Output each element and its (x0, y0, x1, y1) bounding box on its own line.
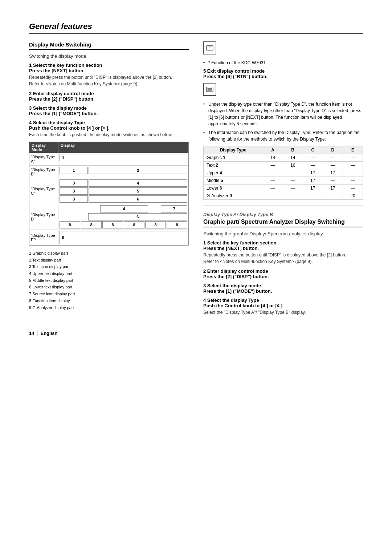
step-3: 3 Select the display mode Press the [1] … (29, 105, 189, 116)
footnote-2: 2 Text display part (29, 257, 189, 264)
table-row: Middle 5 — — 17 — — (204, 177, 363, 185)
footer-language: English (40, 331, 57, 336)
page-number: 14 (29, 331, 34, 336)
step-5-header: 5 Exit display control mode (203, 68, 363, 74)
section2-step-2-action: Press the [2] ("DISP") button. (203, 274, 363, 279)
table-cell-ganalyzer9-b: — (283, 192, 303, 200)
diagram-box-d-7: 7 (161, 205, 187, 212)
diagram-label-d: "Display Type D" (29, 204, 58, 230)
diagram-content-a: 1 (58, 153, 188, 165)
diagram-box-row-c2: 3 5 (60, 187, 187, 195)
diagram-box-a-1: 1 (60, 154, 187, 161)
table-cell-lower6-a: — (263, 185, 283, 192)
table-cell-middle5-label: Middle 5 (204, 177, 263, 185)
step-4-header: 4 Select the display Type (29, 120, 189, 125)
step-3-header: 3 Select the display mode (29, 105, 189, 111)
step-2: 2 Enter display control mode Press the [… (29, 91, 189, 102)
divider (203, 206, 363, 206)
page-footer: 14 English (29, 330, 363, 336)
step-4-action: Push the Control knob to [4 ] or [¢ ]. (29, 125, 189, 131)
section2-step-4-header: 4 Select the display Type (203, 297, 363, 303)
diagram-box-d-8f: 8 (167, 221, 187, 228)
table-cell-lower6-b: — (283, 185, 303, 192)
left-column: Display Mode Switching Switching the dis… (29, 41, 189, 319)
diagram-box-d-4: 4 (100, 205, 148, 212)
table-cell-upper4-c: 17 (303, 169, 323, 177)
table-cell-middle5-c: 17 (303, 177, 323, 185)
diagram-box-c-3b: 3 (60, 187, 88, 195)
table-cell-text2-d: — (323, 162, 343, 169)
diagram-box-d-8d: 8 (124, 221, 144, 228)
diagram-label-b: "Display Type B" (29, 166, 58, 178)
table-cell-graphic1-d: — (323, 154, 343, 162)
info-table-header-c: C (303, 146, 323, 154)
diagram-box-d-empty (60, 205, 99, 212)
diagram-box-d-8e: 8 (145, 221, 166, 228)
info-table-header-e: E (343, 146, 363, 154)
left-section-title: Display Mode Switching (29, 41, 189, 50)
footnotes: 1 Graphic display part 2 Text display pa… (29, 250, 189, 311)
section2-step-4-desc: Select the "Display Type A"/ "Display Ty… (203, 309, 363, 316)
diagram-header-col1: Display Mode (29, 142, 58, 153)
table-cell-lower6-e: — (343, 185, 363, 192)
diagram-box-d-6: 6 (88, 213, 187, 220)
table-row: Lower 6 — — 17 17 — (204, 185, 363, 192)
step-1-number: 1 (29, 62, 33, 68)
diagram-box-c-3c: 3 (60, 195, 88, 203)
table-cell-ganalyzer9-d: — (323, 192, 343, 200)
table-cell-text2-c: — (303, 162, 323, 169)
diagram-content-e: 9 (58, 230, 188, 245)
table-cell-lower6-label: Lower 6 (204, 185, 263, 192)
display-mode-diagram: Display Mode Display "Display Type A" 1 … (29, 142, 189, 246)
table-cell-graphic1-e: — (343, 154, 363, 162)
table-row: Graphic 1 14 14 — — — (204, 154, 363, 162)
step-1-desc: Repeatedly press the button until "DISP"… (29, 74, 189, 87)
diagram-box-d-empty3 (60, 213, 87, 220)
footnote-3: 3 Text icon display part (29, 263, 189, 270)
table-row: Upper 4 — — 17 17 — (204, 169, 363, 177)
footnote-4: 4 Upper text display part (29, 270, 189, 277)
left-section-subtitle: Switching the display mode. (29, 53, 189, 59)
step-2-header: 2 Enter display control mode (29, 91, 189, 96)
table-cell-middle5-b: — (283, 177, 303, 185)
table-cell-lower6-c: 17 (303, 185, 323, 192)
step-1: 1 Select the key function section Press … (29, 62, 189, 87)
diagram-box-b-2: 2 (89, 167, 187, 174)
table-cell-middle5-d: — (323, 177, 343, 185)
table-cell-ganalyzer9-c: — (303, 192, 323, 200)
footer-divider (37, 330, 37, 336)
table-cell-ganalyzer9-a: — (263, 192, 283, 200)
table-cell-upper4-e: — (343, 169, 363, 177)
diagram-box-c-4: 4 (89, 179, 187, 187)
table-cell-text2-label: Text 2 (204, 162, 263, 169)
section2-step-2: 2 Enter display control mode Press the [… (203, 268, 363, 279)
table-cell-graphic1-a: 14 (263, 154, 283, 162)
table-cell-text2-b: 16 (283, 162, 303, 169)
footnote-7: 7 Source icon display part (29, 291, 189, 297)
info-table-header-d: D (323, 146, 343, 154)
page-title: General features (29, 22, 363, 34)
diagram-box-c-3a: 3 (60, 179, 88, 187)
section2-step-1: 1 Select the key function section Press … (203, 240, 363, 265)
table-cell-ganalyzer9-label: G-Analyzer 9 (204, 192, 263, 200)
diagram-box-e-9: 9 (60, 231, 187, 244)
table-row: G-Analyzer 9 — — — — 20 (204, 192, 363, 200)
footnote-9: 9 G-Analyzer display part (29, 304, 189, 311)
table-cell-upper4-b: — (283, 169, 303, 177)
footnote-5: 5 Middle text display part (29, 277, 189, 284)
table-cell-text2-a: — (263, 162, 283, 169)
table-cell-upper4-a: — (263, 169, 283, 177)
diagram-box-row-b: 1 2 (60, 167, 187, 174)
section2-step-1-action: Press the [NEXT] button. (203, 246, 363, 251)
diagram-content-c: 3 4 3 5 3 6 (58, 178, 188, 204)
diagram-label-e: "Display Type E"* (29, 230, 58, 245)
step-5-action: Press the [6] ("RTN") button. (203, 74, 363, 79)
step-2-action: Press the [2] ("DISP") button. (29, 96, 189, 102)
kdcw-note: * Function of the KDC-W7031 (203, 60, 363, 66)
step-1-header: 1 Select the key function section (29, 62, 189, 68)
section2-step-3: 3 Select the display mode Press the [1] … (203, 283, 363, 294)
note-1: Under the display type other than "Displ… (203, 101, 363, 127)
diagram-header-col2: Display (58, 142, 188, 153)
table-cell-lower6-d: 17 (323, 185, 343, 192)
diagram-header-row: Display Mode Display (29, 142, 188, 153)
